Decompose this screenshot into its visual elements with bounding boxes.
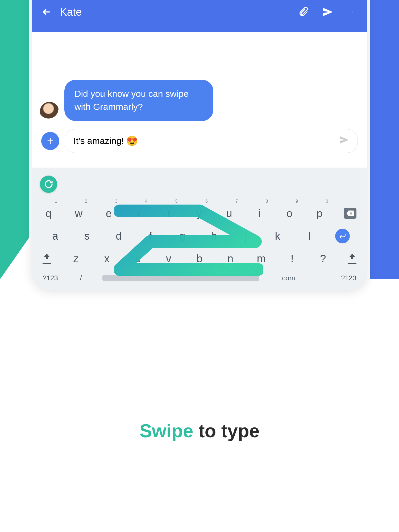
- key-e[interactable]: e3: [103, 207, 115, 219]
- key-l[interactable]: l: [304, 230, 315, 242]
- key-t[interactable]: t5: [163, 207, 175, 219]
- key-symbols-left[interactable]: ?123: [43, 274, 58, 282]
- enter-key-icon[interactable]: [335, 229, 350, 243]
- back-icon[interactable]: [41, 7, 52, 17]
- key-c[interactable]: c: [132, 253, 144, 265]
- shift-key-left[interactable]: [43, 253, 51, 264]
- tagline-swipe: Swipe: [139, 421, 193, 441]
- input-row: + It's amazing! 😍: [40, 129, 359, 160]
- key-h[interactable]: h: [208, 230, 220, 242]
- input-text: It's amazing!: [73, 136, 124, 146]
- key-j[interactable]: j: [240, 230, 252, 242]
- keyboard-row-1: q1 w2 e3 r4 t5 y6 u7 i8 o9 p0: [36, 207, 363, 219]
- key-p[interactable]: p0: [314, 207, 326, 219]
- shift-key-right[interactable]: [348, 253, 356, 264]
- message-row: Did you know you can swipe with Grammarl…: [40, 80, 359, 121]
- svg-point-0: [352, 11, 352, 11]
- spacebar[interactable]: [102, 275, 259, 281]
- backspace-icon[interactable]: [344, 208, 356, 219]
- background-blue-panel: [370, 0, 399, 279]
- key-slash[interactable]: /: [80, 274, 82, 282]
- chat-area: Did you know you can swipe with Grammarl…: [32, 32, 367, 168]
- key-i[interactable]: i8: [253, 207, 265, 219]
- key-period[interactable]: .: [317, 274, 319, 282]
- plus-button[interactable]: +: [41, 132, 59, 150]
- more-icon[interactable]: [347, 6, 358, 18]
- key-symbols-right[interactable]: ?123: [341, 274, 356, 282]
- keyboard-row-4: ?123 / .com . ?123: [36, 274, 363, 282]
- key-u[interactable]: u7: [223, 207, 235, 219]
- avatar[interactable]: [40, 102, 59, 121]
- attach-icon[interactable]: [298, 6, 309, 18]
- tagline-rest: to type: [193, 421, 260, 441]
- phone-frame: Kate Did you know you can swipe with Gra…: [32, 0, 367, 290]
- key-question[interactable]: ?: [317, 253, 329, 265]
- key-r[interactable]: r4: [133, 207, 145, 219]
- key-f[interactable]: f: [144, 230, 156, 242]
- contact-name: Kate: [60, 6, 298, 18]
- key-z[interactable]: z: [70, 253, 82, 265]
- keyboard: q1 w2 e3 r4 t5 y6 u7 i8 o9 p0 a s d f g …: [32, 168, 367, 290]
- key-n[interactable]: n: [225, 253, 236, 265]
- heart-eyes-emoji: 😍: [126, 135, 138, 147]
- key-k[interactable]: k: [272, 230, 284, 242]
- key-w[interactable]: w2: [73, 207, 85, 219]
- key-y[interactable]: y6: [193, 207, 205, 219]
- key-b[interactable]: b: [193, 253, 205, 265]
- send-arrow-icon[interactable]: [339, 135, 349, 147]
- key-g[interactable]: g: [176, 230, 188, 242]
- chat-header: Kate: [32, 0, 367, 32]
- send-header-icon[interactable]: [322, 6, 333, 18]
- key-a[interactable]: a: [49, 230, 61, 242]
- key-d[interactable]: d: [113, 230, 125, 242]
- grammarly-badge-icon[interactable]: [40, 176, 57, 193]
- svg-point-2: [352, 13, 352, 13]
- key-dotcom[interactable]: .com: [280, 274, 295, 282]
- background-green-panel: [0, 0, 29, 279]
- key-exclaim[interactable]: !: [286, 253, 298, 265]
- message-bubble: Did you know you can swipe with Grammarl…: [64, 80, 213, 121]
- svg-point-1: [352, 12, 352, 12]
- text-input[interactable]: It's amazing! 😍: [65, 129, 358, 153]
- keyboard-row-2: a s d f g h j k l: [36, 229, 363, 243]
- keyboard-row-3: z x c v b n m ! ?: [36, 253, 363, 265]
- key-s[interactable]: s: [81, 230, 93, 242]
- key-o[interactable]: o9: [284, 207, 296, 219]
- key-x[interactable]: x: [101, 253, 113, 265]
- key-v[interactable]: v: [163, 253, 174, 265]
- key-q[interactable]: q1: [43, 207, 55, 219]
- tagline: Swipe to type: [0, 420, 399, 442]
- key-m[interactable]: m: [255, 253, 267, 265]
- header-actions: [298, 6, 358, 18]
